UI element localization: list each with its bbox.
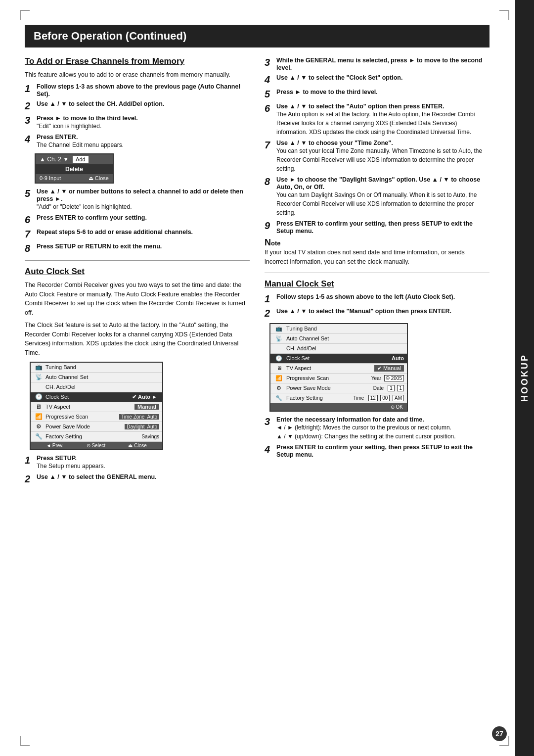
ch-footer-input: 0-9 Input (40, 175, 61, 182)
manual-step-2-num: 2 (265, 307, 273, 319)
m-ch-adddel-label: CH. Add/Del (284, 345, 404, 351)
step-2-num: 2 (25, 100, 34, 112)
step-7-text: Repeat steps 5-6 to add or erase additio… (37, 229, 193, 236)
manual-clock-menu: 📺 Tuning Band 📡 Auto Channel Set CH. Add… (269, 323, 408, 412)
auto-step-2-text: Use ▲ / ▼ to select the GENERAL menu. (37, 473, 157, 480)
m-power-icon: ⚙ (273, 385, 284, 391)
two-col-layout: To Add or Erase Channels from Memory Thi… (25, 56, 490, 487)
auto-step-1: 1 Press SETUP. The Setup menu appears. (25, 454, 250, 471)
add-erase-intro: This feature allows you to add to or era… (25, 70, 250, 80)
step-4: 4 Press ENTER. The Channel Edit menu app… (25, 133, 250, 149)
step-3-num: 3 (25, 114, 34, 126)
power-save-label: Power Save Mode (44, 424, 125, 429)
step-1-content: Follow steps 1-3 as shown above to the p… (37, 83, 250, 97)
m-time-val: Time 12 00 AM (353, 395, 404, 401)
manual-step-1: 1 Follow steps 1-5 as shown above to the… (265, 293, 490, 305)
m-auto-ch-label: Auto Channel Set (284, 335, 404, 341)
ch-add-btn: Add (73, 156, 89, 163)
right-step-7: 7 Use ▲ / ▼ to choose your "Time Zone". … (265, 139, 490, 173)
right-step-8-num: 8 (265, 176, 273, 188)
step-8-content: Press SETUP or RETURN to exit the menu. (37, 242, 250, 250)
right-step-4-num: 4 (265, 74, 273, 86)
m-power-label: Power Save Mode (284, 385, 373, 391)
manual-step-3: 3 Enter the necessary information for da… (265, 416, 490, 441)
divider-2 (265, 273, 490, 273)
m-tuning-label: Tuning Band (284, 326, 404, 331)
auto-step-1-sub: The Setup menu appears. (37, 462, 250, 471)
right-step-8-content: Use ► to choose the "Daylight Savings" o… (276, 176, 490, 217)
auto-step-2-content: Use ▲ / ▼ to select the GENERAL menu. (37, 473, 250, 480)
col-left: To Add or Erase Channels from Memory Thi… (25, 56, 250, 487)
divider-1 (25, 260, 250, 261)
corner-tr (499, 10, 509, 20)
year-cell: © 2005 (384, 375, 404, 381)
auto-step-2: 2 Use ▲ / ▼ to select the GENERAL menu. (25, 473, 250, 485)
main-content: Before Operation (Continued) To Add or E… (25, 25, 490, 487)
right-step-5: 5 Press ► to move to the third level. (265, 88, 490, 100)
note-N: N (265, 237, 271, 247)
page-wrapper: HOOKUP Before Operation (Continued) To A… (0, 0, 534, 756)
manual-menu-tuning: 📺 Tuning Band (270, 324, 407, 334)
menu-row-auto-channel: 📡 Auto Channel Set (31, 373, 162, 382)
manual-step-2-content: Use ▲ / ▼ to select the "Manual" option … (276, 307, 490, 315)
right-step-9-text: Press ENTER to confirm your setting, the… (276, 220, 473, 235)
step-3-text: Press ► to move to the third level. (37, 115, 138, 122)
hookup-label: HOOKUP (520, 354, 530, 402)
step-2-content: Use ▲ / ▼ to select the CH. Add/Del opti… (37, 100, 250, 107)
right-step-4-content: Use ▲ / ▼ to select the "Clock Set" opti… (276, 74, 490, 81)
right-step-6-content: Use ▲ / ▼ to select the "Auto" option th… (276, 102, 490, 137)
right-step-4-text: Use ▲ / ▼ to select the "Clock Set" opti… (276, 74, 402, 81)
auto-step-1-num: 1 (25, 454, 34, 466)
step-7-num: 7 (25, 228, 34, 240)
manual-step-4-num: 4 (265, 443, 273, 455)
m-prog-label: Progressive Scan (284, 375, 371, 381)
note-text: If your local TV station does not send d… (265, 248, 490, 267)
auto-step-2-num: 2 (25, 473, 34, 485)
menu-footer-auto: ◄ Prev. ⊙ Select ⏏ Close (31, 442, 162, 449)
m-year-val: Year © 2005 (371, 376, 404, 381)
clock-set-label: Clock Set (44, 394, 132, 400)
auto-clock-menu-container: 📺 Tuning Band 📡 Auto Channel Set CH. Add… (30, 362, 250, 450)
right-step-7-text: Use ▲ / ▼ to choose your "Time Zone". (276, 140, 393, 146)
menu-row-power-save: ⚙ Power Save Mode Daylight Auto (31, 422, 162, 432)
auto-clock-title: Auto Clock Set (25, 267, 250, 277)
manual-menu-clock-set: 🕐 Clock Set Auto (270, 354, 407, 364)
step-1-num: 1 (25, 83, 34, 94)
clock-set-value: ✔ Auto ► (132, 394, 159, 400)
step-7: 7 Repeat steps 5-6 to add or erase addit… (25, 228, 250, 240)
ch-footer-close: ⏏ Close (89, 175, 109, 182)
right-step-4: 4 Use ▲ / ▼ to select the "Clock Set" op… (265, 74, 490, 86)
manual-step-3-sub1: ◄ / ► (left/right): Moves the cursor to … (276, 423, 490, 432)
step-5-content: Use ▲ / ▼ or number buttons to select a … (37, 188, 250, 211)
right-step-9: 9 Press ENTER to confirm your setting, t… (265, 220, 490, 235)
manual-step-4: 4 Press ENTER to confirm your setting, t… (265, 443, 490, 458)
manual-step-3-num: 3 (265, 416, 273, 427)
manual-menu-auto-ch: 📡 Auto Channel Set (270, 334, 407, 344)
right-step-6-text: Use ▲ / ▼ to select the "Auto" option th… (276, 103, 444, 110)
manual-step-3-content: Enter the necessary information for date… (276, 416, 490, 441)
right-step-3-text: While the GENERAL menu is selected, pres… (276, 57, 482, 71)
step-5: 5 Use ▲ / ▼ or number buttons to select … (25, 188, 250, 211)
manual-step-4-content: Press ENTER to confirm your setting, the… (276, 443, 490, 458)
ch-edit-header: ▲ Ch. 2 ▼ Add (36, 154, 113, 164)
step-5-sub: "Add" or "Delete" icon is highlighted. (37, 202, 250, 211)
time-cell-12: 12 (368, 395, 378, 401)
auto-clock-para2: The Clock Set feature is set to Auto at … (25, 321, 250, 358)
footer-close: ⏏ Close (128, 443, 146, 448)
manual-step-3-text: Enter the necessary information for date… (276, 416, 424, 423)
m-auto-ch-icon: 📡 (273, 335, 284, 342)
menu-row-clock-set: 🕐 Clock Set ✔ Auto ► (31, 392, 162, 402)
date-cell-2: 1 (397, 385, 404, 391)
step-8-text: Press SETUP or RETURN to exit the menu. (37, 243, 162, 250)
tv-aspect-label: TV Aspect (44, 404, 134, 410)
auto-clock-right: 3 While the GENERAL menu is selected, pr… (265, 56, 490, 267)
footer-select: ⊙ Select (87, 443, 106, 448)
step-7-content: Repeat steps 5-6 to add or erase additio… (37, 228, 250, 236)
manual-clock-section: Manual Clock Set 1 Follow steps 1-5 as s… (265, 279, 490, 458)
page-title: Before Operation (Continued) (34, 30, 186, 42)
menu-row-tuning: 📺 Tuning Band (31, 363, 162, 373)
step-5-num: 5 (25, 188, 34, 199)
manual-footer-ok: ⊙ OK (391, 404, 403, 410)
auto-channel-label: Auto Channel Set (44, 374, 159, 380)
manual-menu-power-save: ⚙ Power Save Mode Date 1 1 (270, 383, 407, 393)
